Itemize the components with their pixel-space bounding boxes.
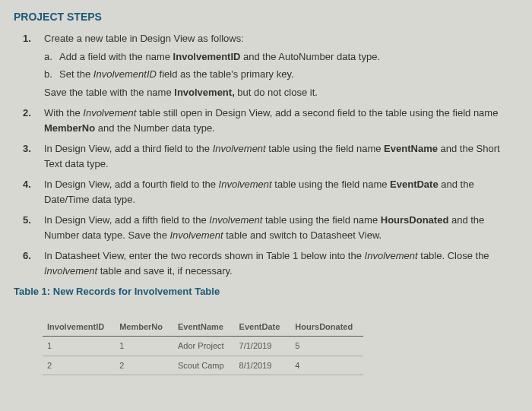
step-text: In Design View, add a third field to the… <box>44 141 518 171</box>
step-text: In Datasheet View, enter the two records… <box>44 248 518 278</box>
records-table: InvolvementIDMemberNoEventNameEventDateH… <box>43 318 363 376</box>
table-cell: Scout Camp <box>173 356 235 375</box>
table-header-cell: EventDate <box>235 318 291 337</box>
substep-text: Add a field with the name InvolvementID … <box>59 49 380 65</box>
steps-list: 1.Create a new table in Design View as f… <box>14 31 518 278</box>
step-text: In Design View, add a fifth field to the… <box>44 213 518 242</box>
table-cell: 4 <box>290 356 363 375</box>
table-header-cell: InvolvementID <box>43 318 115 337</box>
substeps-list: a.Add a field with the name InvolvementI… <box>44 49 518 82</box>
step-text: Create a new table in Design View as fol… <box>44 31 518 46</box>
step-body: In Design View, add a fourth field to th… <box>44 177 518 207</box>
table-cell: 7/1/2019 <box>235 337 291 356</box>
table-row: 11Ador Project7/1/20195 <box>43 337 363 356</box>
substep-item: a.Add a field with the name InvolvementI… <box>44 49 518 65</box>
step-item: 2.With the Involvement table still open … <box>23 106 518 135</box>
table-header-cell: MemberNo <box>115 318 173 337</box>
table-header-cell: EventName <box>173 318 235 337</box>
step-number: 3. <box>23 141 44 171</box>
step-number: 6. <box>23 248 44 278</box>
step-number: 1. <box>23 31 44 100</box>
step-body: In Design View, add a fifth field to the… <box>44 213 518 242</box>
table-cell: 1 <box>115 337 173 356</box>
table-header-cell: HoursDonated <box>290 318 363 337</box>
step-body: In Datasheet View, enter the two records… <box>44 248 518 278</box>
step-body: In Design View, add a third field to the… <box>44 141 518 171</box>
table-body: 11Ador Project7/1/2019522Scout Camp8/1/2… <box>43 337 363 375</box>
table-cell: 8/1/2019 <box>235 356 291 375</box>
step-after-text: Save the table with the name Involvement… <box>44 85 518 100</box>
substep-number: b. <box>44 67 59 82</box>
table-row: 22Scout Camp8/1/20194 <box>43 356 363 375</box>
table-caption: Table 1: New Records for Involvement Tab… <box>14 284 518 299</box>
table-cell: 2 <box>115 356 173 375</box>
table-cell: 2 <box>43 356 115 375</box>
table-cell: Ador Project <box>173 337 235 356</box>
substep-item: b.Set the InvolvementID field as the tab… <box>44 67 518 82</box>
table-cell: 5 <box>290 337 363 356</box>
step-number: 2. <box>23 106 44 135</box>
step-item: 5.In Design View, add a fifth field to t… <box>23 213 518 242</box>
step-body: With the Involvement table still open in… <box>44 106 518 135</box>
step-item: 1.Create a new table in Design View as f… <box>23 31 518 100</box>
substep-number: a. <box>44 49 59 65</box>
step-text: With the Involvement table still open in… <box>44 106 518 135</box>
step-body: Create a new table in Design View as fol… <box>44 31 518 100</box>
step-item: 6.In Datasheet View, enter the two recor… <box>23 248 518 278</box>
step-number: 5. <box>23 213 44 242</box>
section-heading: PROJECT STEPS <box>14 9 518 25</box>
table-cell: 1 <box>43 337 115 356</box>
step-text: In Design View, add a fourth field to th… <box>44 177 518 207</box>
substep-text: Set the InvolvementID field as the table… <box>59 67 294 82</box>
table-header-row: InvolvementIDMemberNoEventNameEventDateH… <box>43 318 363 337</box>
step-item: 4.In Design View, add a fourth field to … <box>23 177 518 207</box>
step-number: 4. <box>23 177 44 207</box>
step-item: 3.In Design View, add a third field to t… <box>23 141 518 171</box>
